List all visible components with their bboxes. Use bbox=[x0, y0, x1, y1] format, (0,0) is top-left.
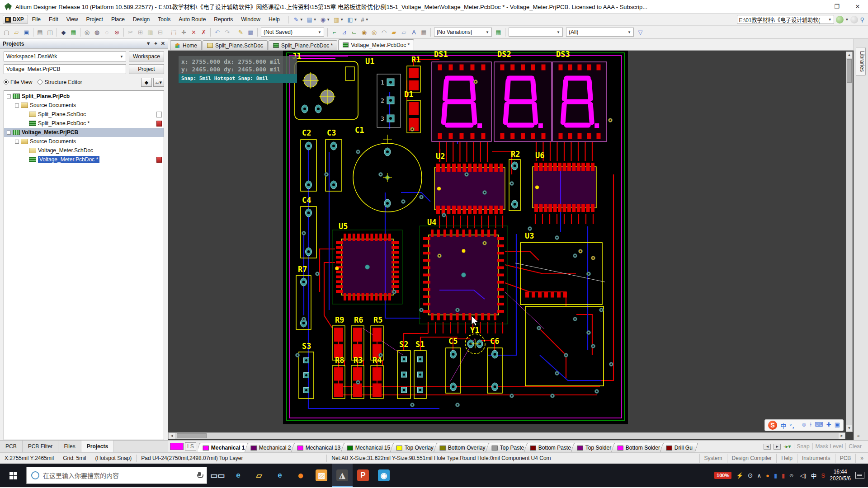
scroll-left-icon[interactable]: ◄ bbox=[169, 433, 175, 439]
paste-array-icon[interactable]: ⊟ bbox=[156, 28, 165, 37]
open-icon[interactable]: ▱ bbox=[12, 28, 21, 37]
dock-chevron-icon[interactable]: » bbox=[857, 433, 860, 438]
via-icon[interactable]: ◎ bbox=[369, 28, 379, 37]
workspace-button[interactable]: Workspace bbox=[129, 52, 164, 61]
layer-scroll-left-icon[interactable]: ◄ bbox=[764, 444, 771, 450]
recent-path-combo[interactable]: E:\01教学材料\《电子设计辅助软(▼ bbox=[737, 15, 834, 24]
move-icon[interactable]: ✛ bbox=[179, 28, 189, 37]
layer-tab-mechanical-13[interactable]: Mechanical 13 bbox=[291, 443, 346, 452]
menu-design[interactable]: Design bbox=[129, 14, 154, 24]
structure-editor-radio[interactable]: Structure Editor bbox=[38, 79, 82, 85]
component-R4[interactable]: R4 bbox=[371, 356, 383, 399]
zoom-point-icon[interactable]: ◌ bbox=[102, 28, 112, 37]
layout-tool-icon[interactable]: ▤▼ bbox=[306, 16, 318, 23]
menu-edit[interactable]: Edit bbox=[45, 14, 62, 24]
close-button[interactable]: ✕ bbox=[847, 0, 868, 14]
panel-close-icon[interactable]: ✕ bbox=[161, 41, 165, 47]
filter-clear-icon[interactable]: ▽ bbox=[636, 28, 645, 37]
panel-tab-pcb-filter[interactable]: PCB Filter bbox=[23, 441, 59, 452]
firefox-icon[interactable]: ● bbox=[290, 464, 311, 487]
edge-2-icon[interactable]: e bbox=[269, 464, 290, 487]
expand-collapse-icon[interactable]: - bbox=[15, 103, 19, 108]
pencil-icon[interactable]: ✎ bbox=[236, 28, 245, 37]
doc-tab-split-plane-pcbdoc-[interactable]: Split_Plane.PcbDoc * bbox=[269, 40, 337, 50]
ime-keyboard-icon[interactable]: ⌨ bbox=[815, 421, 823, 430]
layer-tab-top-paste[interactable]: Top Paste bbox=[485, 443, 529, 452]
find-tool-icon[interactable]: ◉▼ bbox=[319, 16, 331, 23]
pcb-doc-icon[interactable]: ▦ bbox=[69, 28, 78, 37]
status-panel-instruments[interactable]: Instruments bbox=[797, 454, 835, 463]
blue-app-tray-icon[interactable]: ▮ bbox=[774, 471, 777, 480]
pcb-canvas[interactable]: J1123U1R1D1DS1DS2DS3C2C3C1U2R2U6C4U5U4U3… bbox=[168, 51, 854, 426]
panel-compile-button[interactable]: ◆ bbox=[141, 78, 152, 87]
start-button[interactable] bbox=[0, 464, 26, 487]
powerpoint-icon[interactable]: P bbox=[353, 464, 373, 487]
zoom-clear-icon[interactable]: ⊗ bbox=[112, 28, 122, 37]
layer-tab-drill-gu[interactable]: Drill Gu bbox=[660, 443, 698, 452]
network-icon[interactable]: ᯅ bbox=[789, 471, 795, 480]
ime-punct-icon[interactable]: °， bbox=[789, 421, 797, 430]
ime-emoji-icon[interactable]: ☺ bbox=[801, 421, 807, 430]
copy-icon[interactable]: ⊞ bbox=[136, 28, 145, 37]
menu-file[interactable]: File bbox=[28, 14, 45, 24]
pad-icon[interactable]: ◉ bbox=[359, 28, 369, 37]
task-view-icon[interactable]: ▭▭ bbox=[207, 464, 228, 487]
dxp-menu-button[interactable]: DXP bbox=[3, 15, 28, 24]
project-button[interactable]: Project bbox=[129, 64, 164, 74]
scroll-down-icon[interactable]: ▼ bbox=[846, 425, 852, 432]
tree-item-source-documents[interactable]: -Source Documents bbox=[4, 101, 164, 110]
polygon-icon[interactable]: ▱ bbox=[399, 28, 409, 37]
libraries-dock-tab[interactable]: Libraries bbox=[856, 47, 866, 76]
ime-skin-icon[interactable]: ▣ bbox=[835, 421, 840, 430]
snapshot-icon[interactable]: ▩ bbox=[246, 28, 255, 37]
scope-combo[interactable]: (All)▼ bbox=[566, 28, 634, 37]
new-document-icon[interactable]: ▢ bbox=[2, 28, 11, 37]
power-plug-icon[interactable]: ⚡ bbox=[736, 471, 743, 480]
ime-mic-icon[interactable]: ⟊ bbox=[810, 421, 811, 430]
maximize-button[interactable]: ❐ bbox=[826, 0, 847, 14]
expand-collapse-icon[interactable]: - bbox=[15, 140, 19, 144]
layer-tab-mechanical-2[interactable]: Mechanical 2 bbox=[245, 443, 297, 452]
component-DS3[interactable]: DS3 bbox=[552, 51, 607, 141]
camera-app-icon[interactable]: ◉ bbox=[373, 464, 394, 487]
filter-combo[interactable]: ▼ bbox=[509, 28, 563, 37]
action-center-icon[interactable] bbox=[855, 472, 864, 479]
edge-icon[interactable]: e bbox=[228, 464, 249, 487]
layer-tab-mechanical-15[interactable]: Mechanical 15 bbox=[340, 443, 396, 452]
layer-tab-bottom-paste[interactable]: Bottom Paste bbox=[524, 443, 577, 452]
dimension-icon[interactable]: ▦ bbox=[419, 28, 429, 37]
project-name-field[interactable]: Voltage_Meter.PrjPCB bbox=[4, 64, 126, 74]
doc-tab-home[interactable]: Home bbox=[170, 40, 202, 50]
taskbar-search-input[interactable]: 在这里输入你要搜索的内容 bbox=[26, 467, 207, 484]
status-panel-pcb[interactable]: PCB bbox=[835, 454, 856, 463]
menu-tools[interactable]: Tools bbox=[154, 14, 175, 24]
ime-indicator[interactable]: 中 bbox=[811, 471, 817, 480]
hidden-icons-chevron[interactable]: ∧ bbox=[757, 471, 762, 480]
component-DS1[interactable]: DS1 bbox=[432, 51, 491, 141]
select-area-icon[interactable]: ⬚ bbox=[169, 28, 179, 37]
sogou-tray-icon[interactable]: ● bbox=[766, 471, 769, 480]
ime-toolbox-icon[interactable]: ✚ bbox=[826, 421, 831, 430]
grid-tool-icon[interactable]: #▼ bbox=[359, 16, 370, 23]
print-preview-icon[interactable]: ◫ bbox=[45, 28, 55, 37]
file-explorer-icon[interactable]: ▱ bbox=[249, 464, 269, 487]
back-icon[interactable] bbox=[836, 16, 844, 23]
menu-help[interactable]: Help bbox=[264, 14, 284, 24]
undo-icon[interactable]: ↶ bbox=[212, 28, 222, 37]
menu-reports[interactable]: Reports bbox=[210, 14, 237, 24]
status-panel-help[interactable]: Help bbox=[776, 454, 797, 463]
status-panel-design-compiler[interactable]: Design Compiler bbox=[727, 454, 777, 463]
layers-tool-icon[interactable]: ◧▼ bbox=[346, 16, 359, 23]
status-panel-system[interactable]: System bbox=[699, 454, 727, 463]
route-icon[interactable]: ⌐ bbox=[330, 28, 339, 37]
tree-item-split-plane-pcbdoc-[interactable]: Split_Plane.PcbDoc * bbox=[4, 119, 164, 128]
layer-tab-bottom-solder[interactable]: Bottom Solder bbox=[611, 443, 666, 452]
scroll-up-icon[interactable]: ▲ bbox=[846, 52, 852, 58]
component-DS2[interactable]: DS2 bbox=[494, 51, 552, 141]
sketch-tool-icon[interactable]: ✎▼ bbox=[292, 16, 305, 23]
browse-icon[interactable]: ◆ bbox=[59, 28, 68, 37]
layer-clear-button[interactable]: Clear bbox=[845, 443, 864, 450]
expand-collapse-icon[interactable]: - bbox=[7, 131, 11, 135]
tree-item-voltage-meter-prjpcb[interactable]: -Voltage_Meter.PrjPCB bbox=[4, 128, 164, 137]
panel-tab-pcb[interactable]: PCB bbox=[0, 441, 23, 452]
